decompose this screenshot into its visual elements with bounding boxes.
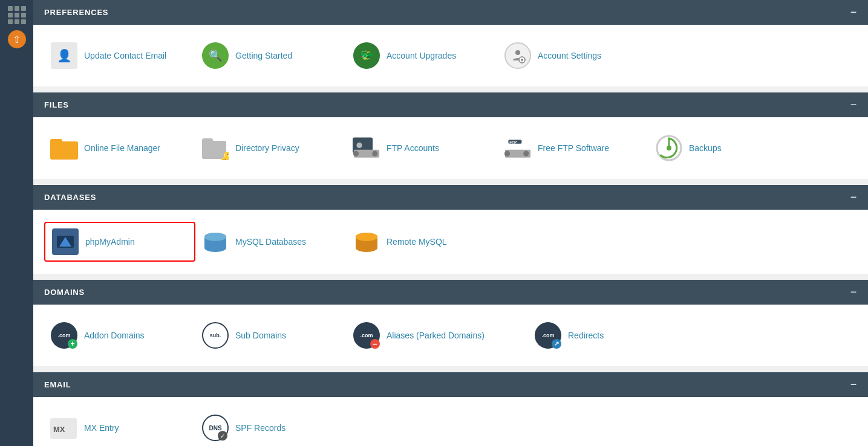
files-collapse[interactable]: −	[850, 99, 857, 111]
item-directory-privacy[interactable]: 🔑 Directory Privacy	[195, 129, 347, 167]
aliases-link[interactable]: Aliases (Parked Domains)	[387, 331, 485, 340]
remote-mysql-icon	[353, 228, 380, 256]
free-ftp-icon: FTP	[504, 134, 532, 162]
svg-rect-9	[50, 141, 78, 160]
email-collapse[interactable]: −	[850, 378, 857, 391]
svg-point-4	[521, 59, 523, 61]
domains-title: DOMAINS	[44, 288, 85, 297]
svg-point-17	[353, 151, 359, 157]
aliases-icon: .com	[353, 322, 380, 349]
mysql-databases-link[interactable]: MySQL Databases	[235, 237, 306, 247]
account-upgrades-icon: 🐲	[353, 42, 380, 69]
files-header[interactable]: FILES −	[33, 92, 868, 117]
item-free-ftp-software[interactable]: FTP Free FTP Software	[498, 129, 649, 167]
ftp-accounts-link[interactable]: FTP Accounts	[387, 143, 439, 153]
mx-entry-link[interactable]: MX Entry	[84, 423, 119, 433]
directory-privacy-link[interactable]: Directory Privacy	[235, 143, 299, 153]
item-aliases-parked-domains[interactable]: .com Aliases (Parked Domains)	[347, 317, 528, 354]
account-settings-link[interactable]: Account Settings	[538, 51, 601, 60]
domains-section: DOMAINS − .com Addon Domains sub. Sub Do…	[33, 280, 868, 366]
backups-link[interactable]: Backups	[689, 143, 722, 153]
preferences-section: PREFERENCES − Update Contact Email 🔍 Get…	[33, 0, 868, 86]
upload-icon[interactable]: ⇧	[8, 30, 26, 48]
update-contact-email-link[interactable]: Update Contact Email	[84, 51, 166, 60]
sidebar: ⇧	[0, 0, 33, 446]
sub-domains-icon: sub.	[201, 322, 229, 349]
item-backups[interactable]: Backups	[649, 129, 800, 167]
mx-entry-icon: MX	[50, 414, 78, 442]
backups-icon	[655, 134, 683, 162]
preferences-collapse[interactable]: −	[850, 6, 857, 19]
ftp-accounts-icon	[353, 134, 380, 162]
online-file-manager-link[interactable]: Online File Manager	[84, 143, 160, 153]
getting-started-icon: 🔍	[201, 42, 229, 69]
item-remote-mysql[interactable]: Remote MySQL	[347, 222, 498, 262]
item-redirects[interactable]: .com Redirects	[528, 317, 679, 354]
item-account-upgrades[interactable]: 🐲 Account Upgrades	[347, 37, 498, 74]
email-section: EMAIL − MX MX Entry DNS	[33, 372, 868, 446]
svg-point-2	[515, 50, 520, 55]
svg-point-23	[523, 151, 529, 157]
item-update-contact-email[interactable]: Update Contact Email	[44, 37, 195, 74]
phpmyadmin-icon	[51, 228, 79, 256]
item-sub-domains[interactable]: sub. Sub Domains	[195, 317, 347, 354]
svg-point-15	[356, 143, 362, 148]
account-upgrades-link[interactable]: Account Upgrades	[387, 51, 456, 60]
main-content: PREFERENCES − Update Contact Email 🔍 Get…	[33, 0, 868, 446]
files-body: Online File Manager 🔑 Directory Privacy	[33, 117, 868, 179]
item-addon-domains[interactable]: .com Addon Domains	[44, 317, 195, 354]
spf-records-icon: DNS ✓	[201, 414, 229, 442]
item-account-settings[interactable]: Account Settings	[498, 37, 649, 74]
svg-point-30	[204, 244, 226, 252]
email-header[interactable]: EMAIL −	[33, 372, 868, 397]
item-mysql-databases[interactable]: MySQL Databases	[195, 222, 347, 262]
account-settings-icon	[504, 42, 532, 69]
item-ftp-accounts[interactable]: FTP Accounts	[347, 129, 498, 167]
phpmyadmin-link[interactable]: phpMyAdmin	[85, 237, 135, 247]
svg-text:DNS: DNS	[209, 425, 221, 431]
directory-privacy-icon: 🔑	[201, 134, 229, 162]
remote-mysql-link[interactable]: Remote MySQL	[387, 237, 447, 247]
svg-text:✓: ✓	[220, 433, 225, 439]
databases-body: phpMyAdmin MySQL Databases	[33, 210, 868, 274]
svg-text:🔑: 🔑	[219, 151, 229, 160]
apps-grid-icon[interactable]	[8, 6, 26, 24]
file-manager-icon	[50, 134, 78, 162]
svg-rect-12	[202, 138, 213, 143]
databases-collapse[interactable]: −	[850, 191, 857, 204]
redirects-icon: .com	[534, 322, 562, 349]
sub-domains-link[interactable]: Sub Domains	[235, 331, 286, 340]
svg-point-31	[204, 233, 226, 241]
item-spf-records[interactable]: DNS ✓ SPF Records	[195, 409, 347, 446]
spf-records-link[interactable]: SPF Records	[235, 423, 286, 433]
svg-text:🐲: 🐲	[360, 48, 374, 62]
item-online-file-manager[interactable]: Online File Manager	[44, 129, 195, 167]
domains-body: .com Addon Domains sub. Sub Domains .com	[33, 305, 868, 366]
email-title: EMAIL	[44, 380, 71, 389]
addon-domains-link[interactable]: Addon Domains	[84, 331, 145, 340]
svg-point-25	[667, 146, 671, 150]
svg-point-18	[372, 151, 377, 157]
domains-header[interactable]: DOMAINS −	[33, 280, 868, 305]
svg-rect-10	[50, 139, 62, 144]
svg-point-34	[356, 244, 377, 252]
email-body: MX MX Entry DNS ✓ SPF Records	[33, 397, 868, 446]
databases-section: DATABASES − phpMyAdmin	[33, 185, 868, 274]
files-section: FILES − Online File Manager �	[33, 92, 868, 179]
svg-point-22	[504, 151, 510, 157]
redirects-link[interactable]: Redirects	[568, 331, 604, 340]
item-getting-started[interactable]: 🔍 Getting Started	[195, 37, 347, 74]
addon-domains-icon: .com	[50, 322, 78, 349]
domains-collapse[interactable]: −	[850, 286, 857, 299]
getting-started-link[interactable]: Getting Started	[235, 51, 292, 60]
free-ftp-software-link[interactable]: Free FTP Software	[538, 143, 609, 153]
svg-text:MX: MX	[53, 425, 65, 434]
svg-text:FTP: FTP	[509, 140, 517, 144]
item-phpmyadmin[interactable]: phpMyAdmin	[44, 222, 195, 262]
item-mx-entry[interactable]: MX MX Entry	[44, 409, 195, 446]
svg-point-35	[356, 233, 377, 241]
files-title: FILES	[44, 100, 69, 109]
preferences-title: PREFERENCES	[44, 8, 108, 17]
preferences-header[interactable]: PREFERENCES −	[33, 0, 868, 25]
databases-header[interactable]: DATABASES −	[33, 185, 868, 210]
